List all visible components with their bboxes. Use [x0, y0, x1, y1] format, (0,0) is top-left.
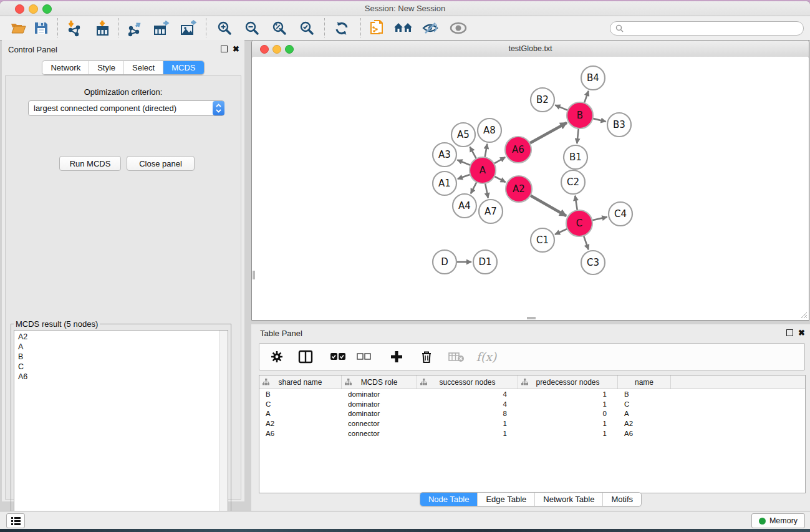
graph-edge-A-A4[interactable] [471, 182, 477, 194]
zoom-in-icon[interactable] [213, 18, 236, 38]
graph-edge-C-C2[interactable] [575, 196, 577, 210]
tab-network[interactable]: Network [42, 61, 89, 74]
show-log-console-button[interactable] [6, 513, 25, 528]
list-icon [11, 517, 21, 525]
settings-gear-icon[interactable] [264, 346, 289, 368]
table-cell: 1 [518, 430, 618, 437]
add-column-icon[interactable] [384, 346, 409, 368]
memory-button[interactable]: Memory [751, 513, 805, 528]
optimization-criterion-select[interactable]: largest connected component (directed) [28, 100, 224, 116]
zoom-fit-icon[interactable] [268, 18, 291, 38]
resize-grip-icon[interactable] [799, 311, 808, 319]
graph-edge-C-C1[interactable] [555, 229, 567, 235]
graph-node-label: C [576, 218, 582, 229]
delete-columns-icon[interactable] [414, 346, 439, 368]
select-all-columns-icon[interactable] [325, 346, 350, 368]
table-row[interactable]: A2connector11A2 [259, 418, 805, 428]
graph-edge-C-C4[interactable] [592, 217, 607, 220]
app-title: Session: New Session [0, 4, 810, 13]
mcds-result-group: MCDS result (5 nodes) A2ABCA6 [11, 319, 231, 526]
graph-edge-A-A5[interactable] [470, 147, 476, 158]
graph-edge-A-A6[interactable] [494, 157, 505, 163]
table-row[interactable]: Bdominator41B [259, 389, 805, 399]
node-table[interactable]: shared nameMCDS rolesuccessor nodesprede… [259, 375, 806, 493]
graph-edge-B-B4[interactable] [584, 91, 589, 103]
scrollbar-track[interactable] [219, 331, 228, 523]
tab-select[interactable]: Select [123, 61, 163, 74]
mcds-result-item[interactable]: C [18, 362, 224, 372]
import-table-icon[interactable] [90, 18, 114, 38]
application-window: Session: New Session [0, 1, 810, 529]
vertical-scroll-thumb[interactable] [253, 271, 255, 279]
save-session-icon[interactable] [29, 18, 53, 38]
network-graph[interactable]: AA1A2A3A4A5A6A7A8BB1B2B3B4CC1C2C3C4DD1 [253, 57, 808, 319]
open-file-icon[interactable] [6, 18, 30, 38]
table-panel-tabs: Node TableEdge TableNetwork TableMotifs [420, 492, 642, 506]
close-panel-button[interactable]: Close panel [127, 156, 195, 171]
mcds-result-item[interactable]: A6 [18, 372, 224, 382]
mcds-result-list[interactable]: A2ABCA6 [14, 330, 228, 523]
graph-edge-A-A8[interactable] [485, 144, 488, 158]
network-canvas[interactable]: AA1A2A3A4A5A6A7A8BB1B2B3B4CC1C2C3C4DD1 [253, 57, 808, 319]
graph-edge-B-B3[interactable] [592, 118, 605, 122]
tab-style[interactable]: Style [89, 61, 123, 74]
table-row[interactable]: A6connector11A6 [259, 428, 805, 438]
status-bar: Memory [0, 511, 810, 529]
tab-node-table[interactable]: Node Table [420, 493, 478, 506]
graph-edge-A-A1[interactable] [458, 175, 470, 179]
horizontal-scroll-thumb[interactable] [527, 317, 536, 319]
mcds-result-item[interactable]: B [18, 352, 224, 362]
unselect-all-columns-icon[interactable] [352, 346, 377, 368]
export-image-icon[interactable] [176, 18, 200, 38]
graph-node-label: D1 [478, 256, 491, 268]
mcds-tab-content: Optimization criterion: largest connecte… [5, 75, 241, 500]
graph-edge-A2-C[interactable] [530, 195, 566, 216]
tab-motifs[interactable]: Motifs [602, 493, 641, 506]
refresh-icon[interactable] [330, 18, 354, 38]
graph-node-label: A2 [513, 183, 525, 195]
graph-node-label: B4 [587, 72, 599, 84]
mcds-result-item[interactable]: A [18, 342, 224, 352]
column-header-MCDS-role[interactable]: MCDS role [342, 375, 417, 389]
fx-label: f(x) [476, 350, 497, 364]
import-network-icon[interactable] [62, 18, 86, 38]
search-field[interactable] [610, 21, 804, 36]
float-panel-icon[interactable] [221, 46, 228, 52]
eye-icon[interactable] [446, 18, 470, 38]
export-table-icon[interactable] [150, 18, 173, 38]
close-panel-icon[interactable]: ✖ [798, 330, 805, 336]
graph-edge-A6-B[interactable] [529, 123, 567, 143]
split-columns-icon[interactable] [293, 346, 318, 368]
graph-edge-A-A2[interactable] [494, 177, 506, 182]
table-row[interactable]: Cdominator41C [259, 399, 805, 409]
tab-edge-table[interactable]: Edge Table [477, 493, 534, 506]
close-panel-icon[interactable]: ✖ [233, 46, 239, 52]
float-panel-icon[interactable] [786, 329, 793, 336]
table-cell: dominator [342, 400, 417, 408]
graph-edge-C-C3[interactable] [584, 236, 589, 249]
tab-network-table[interactable]: Network Table [534, 493, 602, 506]
graph-node-label: C2 [567, 177, 579, 188]
zoom-selected-icon[interactable] [295, 18, 319, 38]
column-header-successor-nodes[interactable]: successor nodes [417, 375, 518, 389]
mcds-result-legend: MCDS result (5 nodes) [14, 319, 100, 329]
run-mcds-button[interactable]: Run MCDS [59, 156, 121, 171]
copy-network-icon[interactable] [365, 18, 389, 38]
table-row[interactable]: Adominator80A [259, 409, 805, 418]
graph-edge-A-A7[interactable] [485, 183, 488, 198]
zoom-out-icon[interactable] [240, 18, 264, 38]
graph-edge-B-B1[interactable] [577, 128, 579, 143]
tab-mcds[interactable]: MCDS [163, 61, 203, 74]
graph-node-label: A8 [483, 125, 496, 136]
mcds-result-item[interactable]: A2 [18, 332, 224, 342]
toolbar-separator [360, 18, 361, 37]
graph-edge-B-B2[interactable] [555, 105, 567, 110]
column-header-shared-name[interactable]: shared name [259, 375, 342, 389]
houses-icon[interactable] [392, 18, 415, 38]
graph-edge-A-A3[interactable] [457, 160, 470, 165]
eye-slash-icon[interactable] [418, 18, 442, 38]
export-network-icon[interactable] [123, 18, 147, 38]
search-input[interactable] [627, 24, 798, 34]
column-header-name[interactable]: name [618, 375, 671, 389]
column-header-predecessor-nodes[interactable]: predecessor nodes [518, 375, 618, 389]
